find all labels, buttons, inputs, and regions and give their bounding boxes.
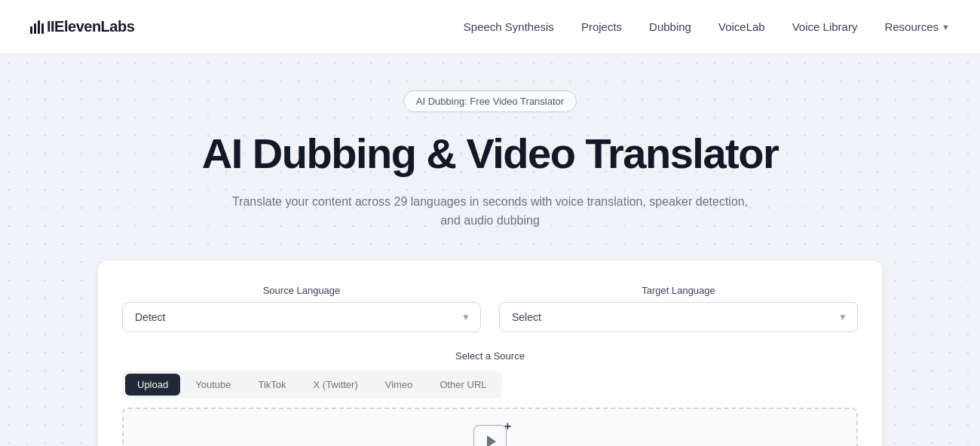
target-language-select-wrapper: Select English Spanish French German ▼	[499, 302, 858, 332]
source-language-label: Source Language	[122, 285, 481, 296]
target-language-group: Target Language Select English Spanish F…	[499, 285, 858, 332]
nav-item-resources[interactable]: Resources ▼	[884, 20, 950, 33]
target-language-select[interactable]: Select English Spanish French German	[499, 302, 858, 332]
source-section-label: Select a Source	[122, 350, 858, 362]
nav-item-dubbing[interactable]: Dubbing	[649, 20, 691, 33]
language-selection-row: Source Language Detect English Spanish F…	[122, 285, 858, 332]
target-language-label: Target Language	[499, 285, 858, 296]
source-tabs: Upload Youtube TikTok X (Twitter) Vimeo …	[122, 371, 502, 399]
nav-item-projects[interactable]: Projects	[581, 20, 622, 33]
logo-icon	[30, 20, 44, 34]
upload-plus-icon: +	[504, 420, 511, 432]
tab-tiktok[interactable]: TikTok	[246, 374, 298, 396]
source-language-select-wrapper: Detect English Spanish French German ▼	[122, 302, 481, 332]
nav-item-speech-synthesis[interactable]: Speech Synthesis	[464, 20, 554, 33]
tab-vimeo[interactable]: Vimeo	[373, 374, 425, 396]
tab-upload[interactable]: Upload	[125, 374, 180, 396]
tab-twitter[interactable]: X (Twitter)	[302, 374, 370, 396]
main-nav: Speech Synthesis Projects Dubbing VoiceL…	[464, 20, 950, 33]
logo[interactable]: IIElevenLabs	[30, 18, 134, 35]
nav-item-voice-library[interactable]: Voice Library	[792, 20, 858, 33]
logo-text: IIElevenLabs	[47, 18, 134, 35]
dubbing-form-card: Source Language Detect English Spanish F…	[98, 261, 882, 446]
source-language-group: Source Language Detect English Spanish F…	[122, 285, 481, 332]
chevron-down-icon: ▼	[942, 23, 950, 32]
hero-section: AI Dubbing: Free Video Translator AI Dub…	[0, 54, 980, 446]
tab-other-url[interactable]: Other URL	[427, 374, 498, 396]
hero-subtitle: Translate your content across 29 languag…	[226, 192, 754, 231]
upload-video-icon	[473, 425, 507, 446]
hero-title: AI Dubbing & Video Translator	[30, 130, 950, 177]
hero-badge: AI Dubbing: Free Video Translator	[403, 90, 577, 112]
tab-youtube[interactable]: Youtube	[183, 374, 243, 396]
play-icon	[487, 435, 496, 446]
upload-dropzone[interactable]: +	[122, 408, 858, 446]
upload-icon-wrapper: +	[473, 425, 507, 446]
source-language-select[interactable]: Detect English Spanish French German	[122, 302, 481, 332]
nav-item-voicelab[interactable]: VoiceLab	[718, 20, 765, 33]
header: IIElevenLabs Speech Synthesis Projects D…	[0, 0, 980, 54]
